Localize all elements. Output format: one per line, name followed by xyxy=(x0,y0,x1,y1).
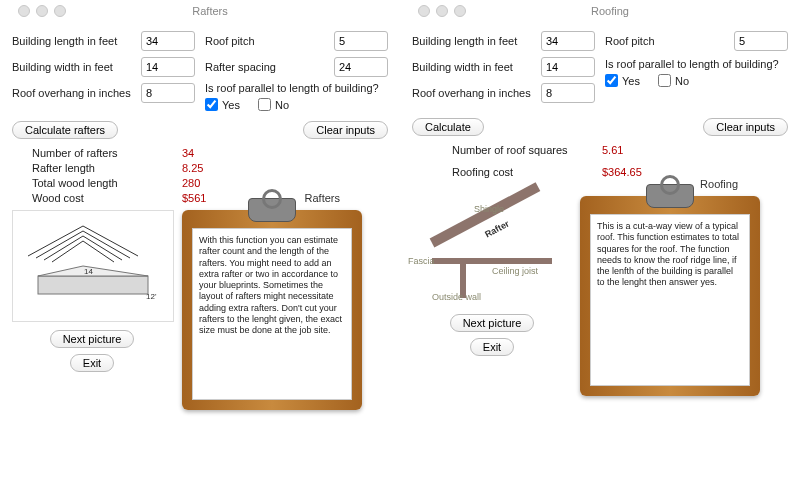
building-length-label: Building length in feet xyxy=(12,35,141,47)
rafter-spacing-input[interactable] xyxy=(334,57,388,77)
next-picture-button[interactable]: Next picture xyxy=(50,330,135,348)
building-length-input[interactable] xyxy=(541,31,595,51)
clipboard: Roofing This is a cut-a-way view of a ty… xyxy=(580,196,760,396)
form-area: Building length in feet Building width i… xyxy=(12,26,388,111)
close-icon[interactable] xyxy=(418,5,430,17)
fascia-label: Fascia xyxy=(408,256,435,266)
building-width-label: Building width in feet xyxy=(412,61,541,73)
roof-squares-label: Number of roof squares xyxy=(452,144,602,156)
parallel-question: Is roof parallel to length of building? xyxy=(605,58,788,70)
results: Number of roof squares5.61 Roofing cost$… xyxy=(452,144,788,178)
svg-line-4 xyxy=(52,241,83,262)
roof-overhang-label: Roof overhang in inches xyxy=(12,87,141,99)
svg-line-0 xyxy=(36,231,83,258)
titlebar: Rafters xyxy=(12,0,388,22)
parallel-yes-checkbox[interactable] xyxy=(205,98,218,111)
rafters-window: Rafters Building length in feet Building… xyxy=(0,0,400,500)
no-label: No xyxy=(675,75,689,87)
roof-squares-value: 5.61 xyxy=(602,144,623,156)
roof-overhang-label: Roof overhang in inches xyxy=(412,87,541,99)
no-label: No xyxy=(275,99,289,111)
exit-button[interactable]: Exit xyxy=(70,354,114,372)
building-length-input[interactable] xyxy=(141,31,195,51)
roof-overhang-input[interactable] xyxy=(541,83,595,103)
building-width-input[interactable] xyxy=(141,57,195,77)
roof-overhang-input[interactable] xyxy=(141,83,195,103)
clipboard: Rafters With this function you can estim… xyxy=(182,210,362,410)
svg-rect-6 xyxy=(38,276,148,294)
close-icon[interactable] xyxy=(18,5,30,17)
wood-cost-value: $561 xyxy=(182,192,206,204)
parallel-no-checkbox[interactable] xyxy=(258,98,271,111)
calculate-rafters-button[interactable]: Calculate rafters xyxy=(12,121,118,139)
ceiling-joist-label: Ceiling joist xyxy=(492,266,538,276)
window-title: Rafters xyxy=(32,5,388,17)
next-picture-button[interactable]: Next picture xyxy=(450,314,535,332)
rafter-length-value: 8.25 xyxy=(182,162,203,174)
clipboard-title: Rafters xyxy=(305,192,340,204)
yes-label: Yes xyxy=(622,75,640,87)
parallel-question: Is roof parallel to length of building? xyxy=(205,82,388,94)
clipboard-clip-icon xyxy=(248,198,296,222)
total-wood-label: Total wood length xyxy=(32,177,182,189)
clear-inputs-button[interactable]: Clear inputs xyxy=(703,118,788,136)
svg-line-5 xyxy=(83,241,114,262)
parallel-no-checkbox[interactable] xyxy=(658,74,671,87)
num-rafters-value: 34 xyxy=(182,147,194,159)
clipboard-text: With this function you can estimate raft… xyxy=(192,228,352,400)
roofing-cost-value: $364.65 xyxy=(602,166,642,178)
clipboard-clip-icon xyxy=(646,184,694,208)
roofing-window: Roofing Building length in feet Building… xyxy=(400,0,800,500)
num-rafters-label: Number of rafters xyxy=(32,147,182,159)
wood-cost-label: Wood cost xyxy=(32,192,182,204)
window-title: Roofing xyxy=(432,5,788,17)
shingle-label: Shingle xyxy=(474,204,504,214)
form-area: Building length in feet Building width i… xyxy=(412,26,788,108)
svg-marker-7 xyxy=(38,266,148,276)
diagram-width-label: 14 xyxy=(84,267,93,276)
rafter-diagram: 14 12' xyxy=(12,210,174,322)
svg-line-1 xyxy=(83,231,130,258)
roof-pitch-input[interactable] xyxy=(334,31,388,51)
clear-inputs-button[interactable]: Clear inputs xyxy=(303,121,388,139)
yes-label: Yes xyxy=(222,99,240,111)
building-width-input[interactable] xyxy=(541,57,595,77)
roofing-cost-label: Roofing cost xyxy=(452,166,602,178)
rafter-length-label: Rafter length xyxy=(32,162,182,174)
roof-pitch-label: Roof pitch xyxy=(605,35,734,47)
calculate-button[interactable]: Calculate xyxy=(412,118,484,136)
diagram-length-label: 12' xyxy=(146,292,157,301)
parallel-yes-checkbox[interactable] xyxy=(605,74,618,87)
roofing-diagram: Shingle Rafter Ceiling joist Fascia Outs… xyxy=(412,196,572,306)
roof-pitch-input[interactable] xyxy=(734,31,788,51)
outside-wall-label: Outside wall xyxy=(432,292,481,302)
roof-pitch-label: Roof pitch xyxy=(205,35,334,47)
svg-line-3 xyxy=(83,236,122,260)
building-length-label: Building length in feet xyxy=(412,35,541,47)
exit-button[interactable]: Exit xyxy=(470,338,514,356)
rafter-spacing-label: Rafter spacing xyxy=(205,61,334,73)
building-width-label: Building width in feet xyxy=(12,61,141,73)
clipboard-title: Roofing xyxy=(700,178,738,190)
total-wood-value: 280 xyxy=(182,177,200,189)
rafter-label: Rafter xyxy=(483,218,511,239)
clipboard-text: This is a cut-a-way view of a typical ro… xyxy=(590,214,750,386)
svg-line-2 xyxy=(44,236,83,260)
titlebar: Roofing xyxy=(412,0,788,22)
